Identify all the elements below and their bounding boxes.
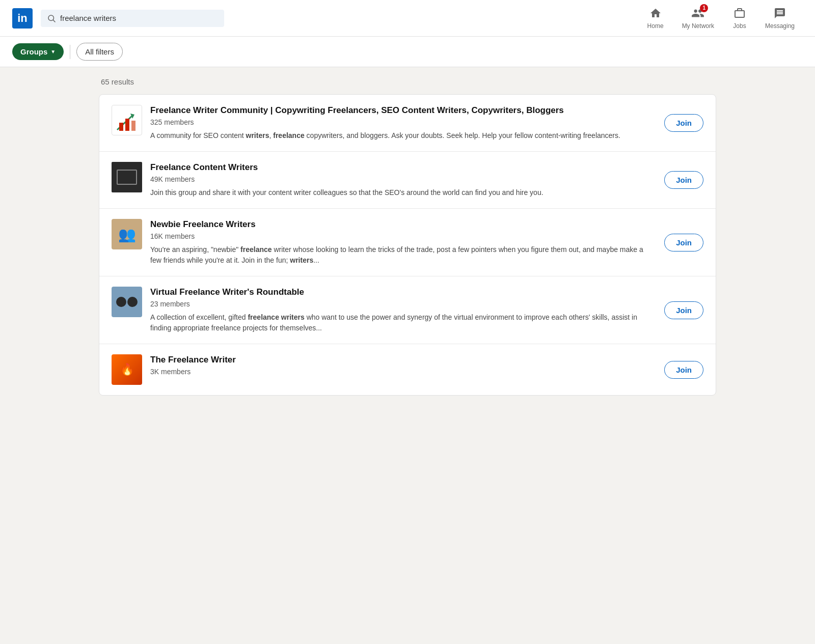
group-members-4: 23 members xyxy=(150,300,656,308)
group-members-2: 49K members xyxy=(150,175,656,183)
nav-messaging-label: Messaging xyxy=(765,22,795,30)
group-info-5: The Freelance Writer 3K members xyxy=(150,354,656,380)
join-button-1[interactable]: Join xyxy=(664,114,703,132)
search-input[interactable] xyxy=(60,14,218,22)
group-members-1: 325 members xyxy=(150,118,656,126)
group-logo-4 xyxy=(112,287,142,317)
group-title-4: Virtual Freelance Writer's Roundtable xyxy=(150,287,656,298)
group-info-2: Freelance Content Writers 49K members Jo… xyxy=(150,162,656,198)
list-item: 👥 Newbie Freelance Writers 16K members Y… xyxy=(99,209,716,276)
group-members-5: 3K members xyxy=(150,368,656,376)
search-bar[interactable] xyxy=(41,10,224,27)
group-desc-1: A community for SEO content writers, fre… xyxy=(150,130,656,141)
group-info-3: Newbie Freelance Writers 16K members You… xyxy=(150,219,656,266)
list-item: 🔥 The Freelance Writer 3K members Join xyxy=(99,344,716,395)
nav-item-home[interactable]: Home xyxy=(639,2,672,35)
nav-item-my-network[interactable]: 1 My Network xyxy=(674,2,722,35)
join-button-3[interactable]: Join xyxy=(664,234,703,251)
group-logo-1 xyxy=(112,105,142,135)
svg-rect-5 xyxy=(125,119,129,131)
nav-my-network-label: My Network xyxy=(682,22,714,30)
group-members-3: 16K members xyxy=(150,232,656,240)
group-logo-2 xyxy=(112,162,142,192)
results-count: 65 results xyxy=(99,77,716,86)
home-icon-wrap xyxy=(648,6,663,20)
svg-line-1 xyxy=(53,20,55,22)
groups-filter-button[interactable]: Groups ▼ xyxy=(12,43,64,60)
group-title-3: Newbie Freelance Writers xyxy=(150,219,656,230)
all-filters-button[interactable]: All filters xyxy=(76,43,123,61)
group-desc-3: You're an aspiring, "newbie" freelance w… xyxy=(150,244,656,266)
list-item: Freelance Content Writers 49K members Jo… xyxy=(99,152,716,209)
jobs-icon-wrap xyxy=(732,6,747,20)
nav-item-jobs[interactable]: Jobs xyxy=(724,2,755,35)
main-nav: Home 1 My Network Jobs xyxy=(639,2,803,35)
join-button-4[interactable]: Join xyxy=(664,301,703,319)
home-icon xyxy=(649,7,662,19)
filters-bar: Groups ▼ All filters xyxy=(0,37,815,67)
filter-divider xyxy=(70,45,70,59)
main-content: 65 results Freelance Writer Community | … xyxy=(87,67,728,406)
group-info-4: Virtual Freelance Writer's Roundtable 23… xyxy=(150,287,656,333)
circle-1 xyxy=(116,297,126,307)
group-info-1: Freelance Writer Community | Copywriting… xyxy=(150,105,656,141)
group-title-2: Freelance Content Writers xyxy=(150,162,656,173)
chevron-down-icon: ▼ xyxy=(50,49,56,54)
list-item: Virtual Freelance Writer's Roundtable 23… xyxy=(99,276,716,344)
nav-item-messaging[interactable]: Messaging xyxy=(757,2,803,35)
group-logo-5: 🔥 xyxy=(112,354,142,385)
network-notification-badge: 1 xyxy=(700,4,708,12)
jobs-icon xyxy=(734,7,746,19)
circle-2 xyxy=(127,297,138,307)
group-desc-4: A collection of excellent, gifted freela… xyxy=(150,312,656,333)
linkedin-logo[interactable]: in xyxy=(12,8,33,29)
svg-point-0 xyxy=(48,15,54,21)
messaging-icon-wrap xyxy=(773,6,787,20)
group-desc-2: Join this group and share it with your c… xyxy=(150,187,656,198)
svg-rect-4 xyxy=(119,123,123,131)
my-network-icon-wrap: 1 xyxy=(691,6,705,20)
messaging-icon xyxy=(774,7,786,19)
svg-rect-6 xyxy=(131,121,135,131)
search-icon xyxy=(47,14,56,23)
group-title-1: Freelance Writer Community | Copywriting… xyxy=(150,105,656,116)
results-list: Freelance Writer Community | Copywriting… xyxy=(99,94,716,396)
join-button-2[interactable]: Join xyxy=(664,171,703,189)
list-item: Freelance Writer Community | Copywriting… xyxy=(99,95,716,152)
group-title-5: The Freelance Writer xyxy=(150,354,656,366)
header: in Home 1 My Network xyxy=(0,0,815,37)
nav-home-label: Home xyxy=(647,22,664,30)
join-button-5[interactable]: Join xyxy=(664,361,703,379)
group-logo-3: 👥 xyxy=(112,219,142,249)
nav-jobs-label: Jobs xyxy=(733,22,746,30)
